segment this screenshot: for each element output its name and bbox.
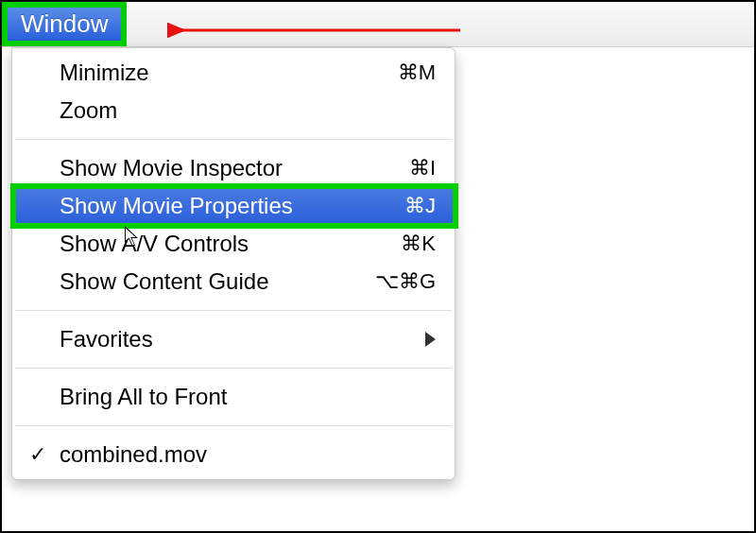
menu-item-shortcut: ⌥⌘G [375, 269, 436, 294]
menu-separator [15, 368, 452, 369]
menu-item-show-movie-properties[interactable]: Show Movie Properties ⌘J [12, 187, 455, 225]
menu-item-window-combined-mov[interactable]: ✓ combined.mov [12, 436, 455, 473]
menu-item-label: Minimize [60, 60, 398, 86]
menu-item-shortcut: ⌘I [409, 156, 436, 181]
menu-item-label: Show Movie Inspector [60, 155, 409, 181]
window-menu-title[interactable]: Window [8, 8, 121, 41]
menu-item-minimize[interactable]: Minimize ⌘M [12, 54, 455, 92]
menu-bar: Window [2, 2, 754, 47]
menu-item-zoom[interactable]: Zoom [12, 92, 455, 129]
menu-item-show-av-controls[interactable]: Show A/V Controls ⌘K [12, 225, 455, 263]
highlight-menubar-title: Window [2, 2, 127, 46]
menu-item-label: combined.mov [60, 441, 436, 468]
menu-item-shortcut: ⌘K [401, 232, 436, 256]
checkmark-icon: ✓ [29, 442, 46, 467]
menu-item-label: Show A/V Controls [60, 231, 401, 257]
menu-item-label: Bring All to Front [60, 384, 436, 410]
window-dropdown-menu: Minimize ⌘M Zoom Show Movie Inspector ⌘I… [11, 47, 455, 480]
menu-item-favorites[interactable]: Favorites [12, 320, 455, 358]
menu-item-shortcut: ⌘J [404, 194, 436, 218]
menu-item-label: Show Content Guide [60, 268, 375, 295]
menu-item-label: Show Movie Properties [60, 193, 404, 219]
menu-item-show-movie-inspector[interactable]: Show Movie Inspector ⌘I [12, 149, 455, 187]
menu-separator [15, 310, 452, 311]
menu-item-bring-all-to-front[interactable]: Bring All to Front [12, 378, 455, 416]
menu-item-label: Zoom [60, 97, 436, 124]
menu-item-label: Favorites [60, 326, 425, 352]
menu-item-show-content-guide[interactable]: Show Content Guide ⌥⌘G [12, 263, 455, 301]
menu-separator [15, 139, 452, 140]
menu-separator [15, 425, 452, 426]
menu-item-shortcut: ⌘M [398, 60, 436, 85]
submenu-arrow-icon [425, 332, 436, 347]
